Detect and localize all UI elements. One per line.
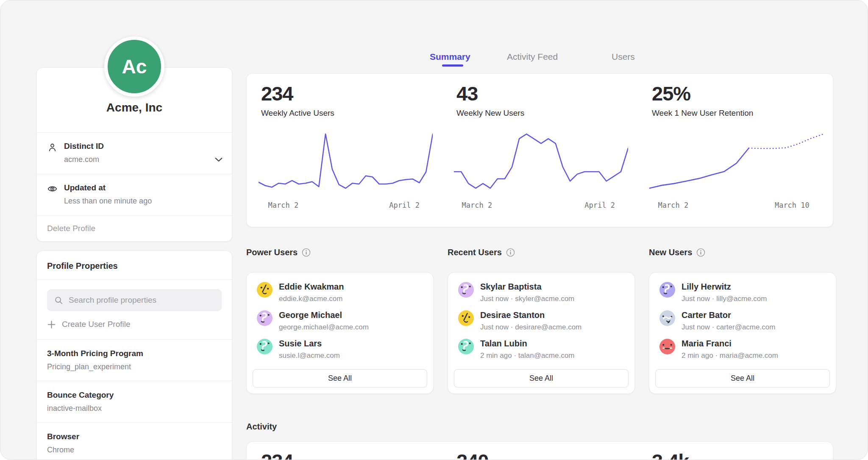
user-row[interactable]: George Michael george.michael@acme.com [257, 310, 423, 332]
property-row[interactable]: 3-Month Pricing Program Pricing_plan_exp… [37, 339, 232, 381]
plus-icon [47, 320, 56, 329]
delete-profile-button[interactable]: Delete Profile [37, 215, 232, 241]
chart-x-axis: March 2 April 2 [454, 201, 628, 211]
activity-card: 234 240 3.4k [246, 441, 833, 460]
distinct-id-row: Distinct ID acme.com [37, 132, 232, 174]
user-name: Susie Lars [279, 339, 340, 348]
field-label: Updated at [64, 183, 152, 192]
user-detail: Just now · lilly@acme.com [682, 295, 767, 303]
user-name: Maria Franci [682, 339, 778, 348]
user-detail: Just now · skyler@acme.com [480, 295, 574, 303]
user-avatar [659, 282, 675, 298]
profile-card: Ac Acme, Inc Distinct ID acme.com [36, 67, 232, 242]
recent-users-title: Recent Users [448, 248, 502, 257]
activity-title: Activity [246, 422, 277, 432]
field-value: Less than one minute ago [64, 197, 152, 206]
search-icon [54, 296, 64, 305]
recent-users-header: Recent Users [448, 248, 635, 257]
new-users-title: New Users [649, 248, 692, 257]
user-avatar [257, 282, 273, 298]
user-avatar [257, 310, 273, 326]
x-tick: April 2 [389, 201, 420, 209]
company-avatar-initials: Ac [122, 55, 147, 78]
user-row[interactable]: Talan Lubin 2 min ago · talan@acme.com [458, 339, 624, 360]
x-tick: March 2 [658, 201, 689, 209]
user-section-headers: Power Users Recent Users New Users [246, 248, 836, 257]
see-all-button[interactable]: See All [253, 369, 427, 388]
summary-stats-card: 234 Weekly Active Users March 2 April 2 … [246, 73, 833, 227]
user-detail: 2 min ago · talan@acme.com [480, 351, 574, 360]
property-value: Pricing_plan_experiment [47, 362, 222, 371]
x-tick: March 2 [268, 201, 299, 209]
chevron-down-icon[interactable] [215, 156, 223, 164]
tab-summary[interactable]: Summary [430, 52, 470, 62]
info-icon[interactable] [506, 248, 515, 257]
search-input[interactable] [68, 295, 215, 305]
info-icon[interactable] [696, 248, 705, 257]
weekly-active-users-chart [259, 132, 433, 190]
see-all-button[interactable]: See All [655, 369, 830, 388]
tab-activity-feed[interactable]: Activity Feed [507, 52, 558, 62]
user-row[interactable]: Lilly Herwitz Just now · lilly@acme.com [659, 282, 826, 303]
user-avatar [257, 339, 273, 354]
stat-week1-retention: 25% Week 1 New User Retention March 2 Ma… [637, 74, 833, 227]
chart-x-axis: March 2 March 10 [649, 201, 823, 211]
power-users-card: Eddie Kwakman eddie.k@acme.com George Mi… [246, 272, 434, 394]
user-avatar [659, 310, 675, 326]
user-avatar [458, 282, 474, 298]
app-window: Ac Acme, Inc Distinct ID acme.com [0, 0, 868, 460]
activity-stat: 234 [261, 449, 442, 460]
search-profile-properties[interactable] [47, 289, 222, 311]
tab-users[interactable]: Users [612, 52, 635, 62]
user-avatar [458, 310, 474, 326]
power-users-title: Power Users [246, 248, 298, 257]
stat-weekly-new-users: 43 Weekly New Users March 2 April 2 [442, 74, 637, 227]
user-cards: Eddie Kwakman eddie.k@acme.com George Mi… [246, 272, 836, 394]
user-row[interactable]: Desirae Stanton Just now · desirare@acme… [458, 310, 624, 332]
profile-properties-title: Profile Properties [37, 251, 232, 280]
property-value: inactive-mailbox [47, 404, 222, 413]
user-name: Carter Bator [682, 310, 775, 320]
stat-label: Week 1 New User Retention [652, 109, 824, 118]
user-row[interactable]: Susie Lars susie.l@acme.com [257, 339, 423, 360]
user-name: Desirae Stanton [480, 310, 581, 320]
user-detail: george.michael@acme.com [279, 323, 369, 332]
user-row[interactable]: Skylar Baptista Just now · skyler@acme.c… [458, 282, 624, 303]
user-detail: eddie.k@acme.com [279, 295, 344, 303]
x-tick: March 10 [775, 201, 810, 209]
person-icon [47, 142, 58, 164]
user-avatar [458, 339, 474, 354]
eye-icon [47, 183, 58, 206]
new-users-header: New Users [649, 248, 836, 257]
see-all-button[interactable]: See All [454, 369, 629, 388]
power-users-header: Power Users [246, 248, 434, 257]
stat-value: 25% [652, 83, 824, 105]
property-row[interactable]: Browser Chrome [37, 422, 232, 460]
user-name: Talan Lubin [480, 339, 574, 348]
weekly-new-users-chart [454, 132, 628, 190]
property-value: Chrome [47, 446, 222, 454]
active-tab-underline [442, 64, 463, 67]
profile-properties-card: Profile Properties Create User Profile 3… [36, 251, 232, 460]
info-icon[interactable] [302, 248, 311, 257]
new-users-card: Lilly Herwitz Just now · lilly@acme.com … [649, 272, 836, 394]
user-detail: 2 min ago · maria@acme.com [682, 351, 778, 360]
x-tick: April 2 [584, 201, 615, 209]
stat-weekly-active-users: 234 Weekly Active Users March 2 April 2 [247, 74, 442, 227]
user-row[interactable]: Maria Franci 2 min ago · maria@acme.com [659, 339, 826, 360]
user-name: Eddie Kwakman [279, 282, 344, 292]
create-user-profile-button[interactable]: Create User Profile [47, 320, 222, 329]
chart-x-axis: March 2 April 2 [259, 201, 433, 211]
user-row[interactable]: Eddie Kwakman eddie.k@acme.com [257, 282, 423, 303]
week1-retention-chart [649, 132, 823, 190]
user-name: Skylar Baptista [480, 282, 574, 292]
user-row[interactable]: Carter Bator Just now · carter@acme.com [659, 310, 826, 332]
property-row[interactable]: Bounce Category inactive-mailbox [37, 381, 232, 422]
user-detail: susie.l@acme.com [279, 351, 340, 360]
property-label: 3-Month Pricing Program [47, 349, 222, 358]
company-avatar: Ac [104, 36, 164, 97]
property-label: Browser [47, 432, 222, 441]
user-avatar [659, 339, 675, 354]
stat-value: 43 [456, 83, 629, 105]
x-tick: March 2 [462, 201, 492, 209]
